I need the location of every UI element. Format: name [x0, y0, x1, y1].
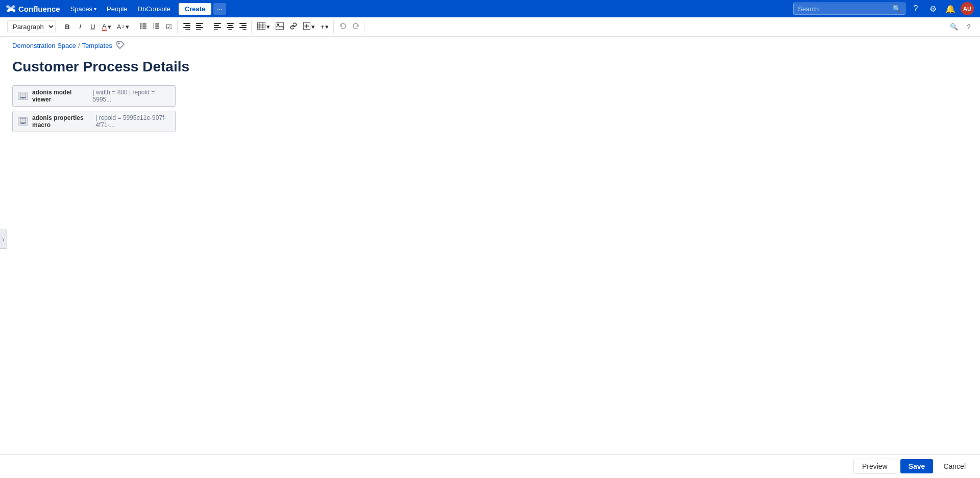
tag-icon[interactable]	[116, 41, 125, 51]
table-button[interactable]: ▾	[255, 20, 273, 33]
text-color-icon: A	[102, 23, 107, 31]
svg-rect-13	[185, 25, 190, 26]
macro-params-0: | width = 800 | repold = 5995...	[93, 89, 170, 103]
more-insert-button[interactable]: ▾	[301, 20, 317, 33]
indent-button[interactable]	[193, 20, 206, 33]
notifications-button[interactable]: 🔔	[943, 2, 958, 16]
toolbar-right: 🔍 ?	[947, 21, 975, 33]
toolbar-help-icon: ?	[967, 23, 970, 31]
top-nav: Confluence Spaces People DbConsole Creat…	[0, 0, 980, 17]
table-icon	[257, 22, 265, 31]
svg-rect-22	[214, 27, 221, 28]
svg-rect-3	[142, 26, 146, 27]
toolbar-search-button[interactable]: 🔍	[947, 21, 961, 33]
history-group	[335, 20, 364, 33]
svg-rect-16	[196, 23, 203, 24]
avatar[interactable]: AU	[961, 2, 974, 15]
paragraph-group: Paragraph Heading 1 Heading 2 Heading 3	[5, 20, 58, 33]
svg-rect-37	[276, 22, 284, 30]
align-left-button[interactable]	[211, 20, 224, 33]
macro-params-1: | repold = 5995e11e-907f-4f71-...	[95, 114, 170, 129]
more-insert-icon	[303, 22, 310, 31]
bullet-list-icon	[140, 22, 147, 31]
align-right-icon	[239, 22, 247, 31]
svg-rect-11	[155, 28, 159, 29]
people-link[interactable]: People	[103, 3, 131, 15]
svg-point-4	[140, 28, 141, 29]
align-group	[209, 20, 252, 33]
numbered-list-icon: 1.2.3.	[153, 22, 160, 31]
settings-button[interactable]: ⚙	[926, 2, 940, 16]
svg-rect-42	[20, 93, 26, 97]
underline-button[interactable]: U	[87, 21, 99, 33]
nav-right: 🔍 ? ⚙ 🔔 AU	[793, 2, 974, 16]
spaces-menu[interactable]: Spaces	[66, 3, 101, 15]
paragraph-style-select[interactable]: Paragraph Heading 1 Heading 2 Heading 3	[7, 20, 56, 33]
macro-block-0[interactable]: adonis model viewer | width = 800 | repo…	[12, 85, 176, 107]
bullet-list-button[interactable]	[137, 20, 150, 33]
svg-rect-18	[196, 27, 203, 28]
confluence-logo[interactable]: Confluence	[6, 4, 60, 13]
main-content: Customer Process Details adonis model vi…	[0, 55, 980, 167]
svg-rect-14	[183, 27, 190, 28]
macro-name-0: adonis model viewer	[32, 89, 89, 103]
toolbar-help-button[interactable]: ?	[963, 21, 975, 33]
svg-rect-9	[155, 26, 159, 27]
svg-rect-32	[257, 22, 265, 30]
text-style-button[interactable]: A2▾	[114, 21, 132, 33]
svg-rect-5	[142, 28, 146, 29]
insert-group: ▾ ▾ +▾	[253, 20, 334, 33]
link-button[interactable]	[287, 20, 300, 33]
svg-rect-28	[239, 23, 247, 24]
outdent-button[interactable]	[181, 20, 193, 33]
logo-text: Confluence	[18, 5, 60, 13]
undo-button[interactable]	[337, 20, 349, 33]
search-box[interactable]: 🔍	[793, 3, 905, 15]
svg-rect-30	[239, 27, 247, 28]
align-center-icon	[227, 22, 234, 31]
notifications-icon: 🔔	[945, 4, 955, 14]
indent-group	[179, 20, 208, 33]
task-button[interactable]: ☑	[163, 21, 175, 33]
svg-rect-29	[241, 25, 247, 26]
svg-point-2	[140, 26, 141, 27]
svg-rect-45	[20, 118, 26, 123]
svg-text:3.: 3.	[153, 27, 154, 29]
create-button[interactable]: Create	[179, 3, 211, 15]
breadcrumb-separator: /	[78, 42, 80, 49]
bold-button[interactable]: B	[61, 21, 74, 33]
toolbar-search-icon: 🔍	[950, 23, 958, 31]
link-icon	[289, 22, 298, 31]
list-group: 1.2.3. ☑	[135, 20, 178, 33]
dbconsole-link[interactable]: DbConsole	[134, 3, 175, 15]
macro-name-1: adonis properties macro	[32, 114, 91, 129]
align-left-icon	[214, 22, 221, 31]
svg-rect-27	[228, 29, 232, 30]
align-center-button[interactable]	[224, 20, 236, 33]
macro-block-1[interactable]: adonis properties macro | repold = 5995e…	[12, 111, 176, 132]
breadcrumb-space-link[interactable]: Demonstration Space	[12, 42, 76, 49]
svg-rect-24	[227, 23, 234, 24]
outdent-icon	[183, 22, 190, 31]
macro-icon-1	[18, 117, 28, 125]
search-input[interactable]	[798, 5, 889, 13]
nav-more-button[interactable]: ···	[213, 3, 226, 15]
editor-toolbar: Paragraph Heading 1 Heading 2 Heading 3 …	[0, 17, 980, 37]
breadcrumb-parent-link[interactable]: Templates	[82, 42, 112, 49]
image-icon	[276, 22, 284, 31]
svg-rect-17	[196, 25, 201, 26]
help-button[interactable]: ?	[909, 2, 923, 16]
numbered-list-button[interactable]: 1.2.3.	[150, 20, 162, 33]
italic-button[interactable]: I	[74, 21, 86, 33]
svg-rect-1	[142, 23, 146, 24]
redo-button[interactable]	[350, 20, 362, 33]
settings-icon: ⚙	[929, 4, 937, 14]
align-right-button[interactable]	[237, 20, 249, 33]
page-title[interactable]: Customer Process Details	[12, 59, 968, 75]
extra-insert-button[interactable]: +▾	[318, 21, 332, 33]
text-color-button[interactable]: A▾	[100, 21, 114, 33]
image-button[interactable]	[273, 20, 286, 33]
svg-rect-23	[214, 29, 218, 30]
svg-rect-21	[214, 25, 219, 26]
extra-insert-icon: +	[321, 23, 325, 31]
